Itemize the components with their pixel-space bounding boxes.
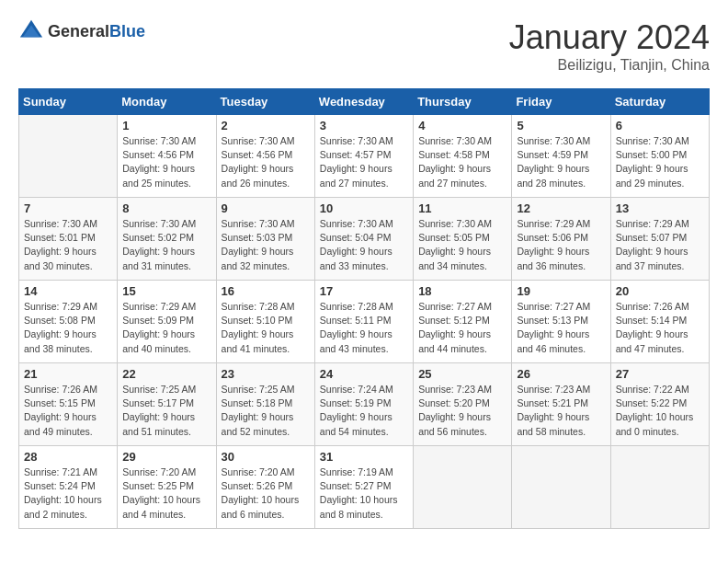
header-cell-sunday: Sunday <box>19 89 118 115</box>
location-title: Beilizigu, Tianjin, China <box>509 57 710 74</box>
calendar-cell: 26Sunrise: 7:23 AM Sunset: 5:21 PM Dayli… <box>512 363 610 446</box>
logo-text: GeneralBlue <box>48 22 145 41</box>
calendar-cell: 17Sunrise: 7:28 AM Sunset: 5:11 PM Dayli… <box>314 281 413 363</box>
day-number: 12 <box>517 201 605 215</box>
calendar-cell: 13Sunrise: 7:29 AM Sunset: 5:07 PM Dayli… <box>610 198 709 281</box>
day-number: 5 <box>517 119 605 132</box>
calendar-cell: 18Sunrise: 7:27 AM Sunset: 5:12 PM Dayli… <box>414 281 512 363</box>
header-cell-friday: Friday <box>512 89 610 115</box>
day-number: 17 <box>320 284 408 298</box>
day-number: 15 <box>122 284 210 298</box>
day-number: 16 <box>222 284 310 298</box>
day-number: 29 <box>122 450 210 464</box>
calendar-cell: 6Sunrise: 7:30 AM Sunset: 5:00 PM Daylig… <box>610 115 709 198</box>
calendar-cell <box>414 446 512 529</box>
day-number: 22 <box>122 367 210 381</box>
day-info: Sunrise: 7:20 AM Sunset: 5:26 PM Dayligh… <box>222 465 310 522</box>
calendar-cell: 8Sunrise: 7:30 AM Sunset: 5:02 PM Daylig… <box>118 198 216 281</box>
calendar-cell: 16Sunrise: 7:28 AM Sunset: 5:10 PM Dayli… <box>216 281 314 363</box>
calendar-cell: 1Sunrise: 7:30 AM Sunset: 4:56 PM Daylig… <box>118 115 216 198</box>
day-number: 23 <box>222 367 310 381</box>
calendar-cell: 20Sunrise: 7:26 AM Sunset: 5:14 PM Dayli… <box>610 281 709 363</box>
day-number: 6 <box>616 119 704 132</box>
calendar-cell: 4Sunrise: 7:30 AM Sunset: 4:58 PM Daylig… <box>414 115 512 198</box>
day-info: Sunrise: 7:23 AM Sunset: 5:20 PM Dayligh… <box>418 383 506 439</box>
calendar-cell: 30Sunrise: 7:20 AM Sunset: 5:26 PM Dayli… <box>216 446 314 529</box>
day-number: 1 <box>122 119 210 132</box>
calendar-cell: 28Sunrise: 7:21 AM Sunset: 5:24 PM Dayli… <box>19 446 118 529</box>
calendar-cell: 14Sunrise: 7:29 AM Sunset: 5:08 PM Dayli… <box>19 281 118 363</box>
calendar-cell: 24Sunrise: 7:24 AM Sunset: 5:19 PM Dayli… <box>314 363 413 446</box>
calendar-cell: 5Sunrise: 7:30 AM Sunset: 4:59 PM Daylig… <box>512 115 610 198</box>
day-number: 26 <box>517 367 605 381</box>
header-cell-monday: Monday <box>118 89 216 115</box>
logo-icon <box>18 18 44 44</box>
day-info: Sunrise: 7:30 AM Sunset: 4:57 PM Dayligh… <box>320 134 408 190</box>
logo-blue: Blue <box>109 22 145 40</box>
calendar-cell: 9Sunrise: 7:30 AM Sunset: 5:03 PM Daylig… <box>216 198 314 281</box>
calendar-cell <box>512 446 610 529</box>
title-area: January 2024 Beilizigu, Tianjin, China <box>509 18 710 74</box>
page-header: GeneralBlue January 2024 Beilizigu, Tian… <box>18 18 710 74</box>
calendar-cell: 27Sunrise: 7:22 AM Sunset: 5:22 PM Dayli… <box>610 363 709 446</box>
day-info: Sunrise: 7:30 AM Sunset: 5:01 PM Dayligh… <box>24 217 112 273</box>
day-number: 7 <box>24 201 112 215</box>
calendar-cell: 19Sunrise: 7:27 AM Sunset: 5:13 PM Dayli… <box>512 281 610 363</box>
day-number: 21 <box>24 367 112 381</box>
day-info: Sunrise: 7:29 AM Sunset: 5:09 PM Dayligh… <box>122 300 210 356</box>
day-info: Sunrise: 7:28 AM Sunset: 5:11 PM Dayligh… <box>320 300 408 356</box>
calendar-cell: 2Sunrise: 7:30 AM Sunset: 4:56 PM Daylig… <box>216 115 314 198</box>
day-info: Sunrise: 7:25 AM Sunset: 5:17 PM Dayligh… <box>122 383 210 439</box>
day-number: 18 <box>418 284 506 298</box>
day-number: 3 <box>320 119 408 132</box>
day-number: 4 <box>418 119 506 132</box>
day-info: Sunrise: 7:26 AM Sunset: 5:15 PM Dayligh… <box>24 383 112 439</box>
day-info: Sunrise: 7:30 AM Sunset: 4:58 PM Dayligh… <box>418 134 506 190</box>
header-cell-wednesday: Wednesday <box>314 89 413 115</box>
calendar-cell: 25Sunrise: 7:23 AM Sunset: 5:20 PM Dayli… <box>414 363 512 446</box>
day-number: 14 <box>24 284 112 298</box>
day-number: 2 <box>222 119 310 132</box>
calendar-cell: 23Sunrise: 7:25 AM Sunset: 5:18 PM Dayli… <box>216 363 314 446</box>
day-info: Sunrise: 7:27 AM Sunset: 5:12 PM Dayligh… <box>418 300 506 356</box>
calendar-cell: 31Sunrise: 7:19 AM Sunset: 5:27 PM Dayli… <box>314 446 413 529</box>
calendar-table: SundayMondayTuesdayWednesdayThursdayFrid… <box>18 88 710 529</box>
calendar-cell: 7Sunrise: 7:30 AM Sunset: 5:01 PM Daylig… <box>19 198 118 281</box>
day-number: 27 <box>616 367 704 381</box>
day-number: 31 <box>320 450 408 464</box>
header-cell-saturday: Saturday <box>610 89 709 115</box>
day-info: Sunrise: 7:26 AM Sunset: 5:14 PM Dayligh… <box>616 300 704 356</box>
day-info: Sunrise: 7:23 AM Sunset: 5:21 PM Dayligh… <box>517 383 605 439</box>
header-cell-tuesday: Tuesday <box>216 89 314 115</box>
day-info: Sunrise: 7:30 AM Sunset: 5:04 PM Dayligh… <box>320 217 408 273</box>
day-info: Sunrise: 7:22 AM Sunset: 5:22 PM Dayligh… <box>616 383 704 439</box>
day-number: 19 <box>517 284 605 298</box>
day-number: 28 <box>24 450 112 464</box>
calendar-cell <box>19 115 118 198</box>
calendar-cell: 29Sunrise: 7:20 AM Sunset: 5:25 PM Dayli… <box>118 446 216 529</box>
day-info: Sunrise: 7:30 AM Sunset: 5:00 PM Dayligh… <box>616 134 704 190</box>
header-row: SundayMondayTuesdayWednesdayThursdayFrid… <box>19 89 710 115</box>
day-info: Sunrise: 7:30 AM Sunset: 5:02 PM Dayligh… <box>122 217 210 273</box>
day-info: Sunrise: 7:25 AM Sunset: 5:18 PM Dayligh… <box>222 383 310 439</box>
day-number: 8 <box>122 201 210 215</box>
week-row-4: 28Sunrise: 7:21 AM Sunset: 5:24 PM Dayli… <box>19 446 710 529</box>
calendar-cell: 15Sunrise: 7:29 AM Sunset: 5:09 PM Dayli… <box>118 281 216 363</box>
day-number: 10 <box>320 201 408 215</box>
day-info: Sunrise: 7:21 AM Sunset: 5:24 PM Dayligh… <box>24 465 112 522</box>
day-number: 25 <box>418 367 506 381</box>
day-number: 13 <box>616 201 704 215</box>
logo-general: General <box>48 22 109 40</box>
day-number: 11 <box>418 201 506 215</box>
day-info: Sunrise: 7:24 AM Sunset: 5:19 PM Dayligh… <box>320 383 408 439</box>
day-info: Sunrise: 7:29 AM Sunset: 5:07 PM Dayligh… <box>616 217 704 273</box>
day-info: Sunrise: 7:27 AM Sunset: 5:13 PM Dayligh… <box>517 300 605 356</box>
header-cell-thursday: Thursday <box>414 89 512 115</box>
logo: GeneralBlue <box>18 18 145 44</box>
day-info: Sunrise: 7:30 AM Sunset: 4:59 PM Dayligh… <box>517 134 605 190</box>
day-number: 30 <box>222 450 310 464</box>
calendar-cell: 3Sunrise: 7:30 AM Sunset: 4:57 PM Daylig… <box>314 115 413 198</box>
week-row-3: 21Sunrise: 7:26 AM Sunset: 5:15 PM Dayli… <box>19 363 710 446</box>
day-info: Sunrise: 7:30 AM Sunset: 5:03 PM Dayligh… <box>222 217 310 273</box>
day-info: Sunrise: 7:19 AM Sunset: 5:27 PM Dayligh… <box>320 465 408 522</box>
